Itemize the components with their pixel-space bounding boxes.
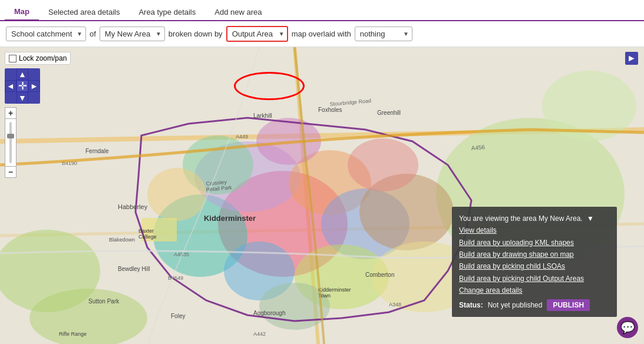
map-controls: Lock zoom/pan ▲ ◄ ✛ ► ▼ + −: [5, 52, 71, 178]
pan-right-button[interactable]: ►: [28, 80, 40, 92]
tab-bar: Map Selected area details Area type deta…: [0, 0, 644, 21]
svg-text:College: College: [138, 234, 157, 240]
lock-zoom-checkbox-icon[interactable]: [9, 55, 16, 62]
map-nav-right: ►: [625, 52, 638, 65]
svg-text:Kidderminster: Kidderminster: [204, 214, 256, 223]
build-output-link[interactable]: Build area by picking child Output Areas: [459, 274, 584, 283]
tab-selected-area-details[interactable]: Selected area details: [39, 4, 129, 20]
zoom-slider[interactable]: [5, 119, 16, 166]
tab-map[interactable]: Map: [5, 4, 39, 21]
svg-text:Kidderminster: Kidderminster: [318, 287, 351, 293]
pan-down-button[interactable]: ▼: [16, 92, 28, 104]
map-pan-control: ▲ ◄ ✛ ► ▼: [5, 68, 40, 104]
info-panel: You are viewing the area My New Area. ▼ …: [452, 207, 617, 317]
chat-button[interactable]: 💬: [617, 317, 638, 338]
info-status: Status: Not yet published PUBLISH: [459, 299, 610, 311]
lock-zoom-checkbox[interactable]: Lock zoom/pan: [5, 52, 71, 65]
svg-text:Blakedown: Blakedown: [109, 237, 135, 243]
publish-button[interactable]: PUBLISH: [547, 299, 590, 311]
status-value: Not yet published: [488, 299, 543, 311]
svg-text:A456: A456: [471, 144, 486, 151]
svg-text:Rifle Range: Rifle Range: [59, 331, 87, 337]
svg-text:Greenhill: Greenhill: [377, 110, 401, 116]
build-lsoa-link[interactable]: Build area by picking child LSOAs: [459, 262, 565, 270]
svg-text:A449: A449: [236, 134, 248, 140]
tab-area-type-details[interactable]: Area type details: [129, 4, 205, 20]
svg-text:Habberley: Habberley: [118, 203, 148, 210]
zoom-in-button[interactable]: +: [5, 107, 16, 119]
lock-zoom-label: Lock zoom/pan: [19, 54, 67, 62]
view-details-link[interactable]: View details: [459, 226, 497, 234]
svg-point-18: [147, 168, 206, 221]
overlay-select-wrapper: nothing Population Deprivation ▼: [355, 27, 412, 41]
pan-center-button[interactable]: ✛: [16, 80, 28, 92]
status-label: Status:: [459, 299, 483, 311]
area-type-select-wrapper: School catchment Ward District ▼: [6, 27, 86, 41]
svg-text:Sutton Park: Sutton Park: [88, 298, 120, 305]
svg-text:Aggborough: Aggborough: [253, 310, 286, 316]
tab-add-new-area[interactable]: Add new area: [205, 4, 271, 20]
svg-text:A348: A348: [389, 302, 401, 307]
svg-text:A442: A442: [253, 331, 266, 337]
overlay-select[interactable]: nothing Population Deprivation: [355, 27, 412, 41]
map-arrow-right-button[interactable]: ►: [625, 52, 638, 65]
svg-text:Comberton: Comberton: [365, 272, 394, 278]
svg-text:Bewdley Hill: Bewdley Hill: [118, 266, 150, 272]
pan-up-button[interactable]: ▲: [16, 68, 28, 80]
zoom-out-button[interactable]: −: [5, 166, 16, 178]
build-draw-link[interactable]: Build area by drawing shape on map: [459, 250, 574, 259]
svg-text:Foley: Foley: [171, 313, 185, 319]
breakdown-select[interactable]: Output Area LSOA Ward: [226, 26, 288, 42]
svg-text:B4549: B4549: [168, 275, 183, 281]
svg-text:Ferndale: Ferndale: [85, 148, 109, 154]
area-name-select-wrapper: My New Area ▼: [100, 27, 165, 41]
map-container: Kidderminster Habberley Ferndale Larkhil…: [0, 47, 644, 344]
viewing-text: You are viewing the area My New Area.: [459, 214, 583, 223]
chat-icon: 💬: [620, 320, 635, 335]
toolbar: School catchment Ward District ▼ of My N…: [0, 21, 644, 47]
zoom-track: [9, 122, 12, 163]
svg-text:Larkhill: Larkhill: [253, 113, 272, 119]
area-name-select[interactable]: My New Area: [100, 27, 165, 41]
build-kml-link[interactable]: Build area by uploading KML shapes: [459, 239, 574, 247]
collapse-icon[interactable]: ▼: [587, 214, 594, 223]
info-viewing-text: You are viewing the area My New Area. ▼: [459, 213, 610, 224]
svg-text:Baxter: Baxter: [138, 228, 154, 234]
zoom-thumb: [7, 134, 14, 138]
svg-text:Foxholes: Foxholes: [318, 107, 342, 113]
zoom-controls: + −: [5, 107, 16, 178]
broken-down-by-label: broken down by: [169, 29, 223, 38]
map-overlaid-with-label: map overlaid with: [292, 29, 351, 38]
breakdown-select-wrapper: Output Area LSOA Ward ▼: [226, 26, 288, 42]
area-type-select[interactable]: School catchment Ward District: [6, 27, 86, 41]
svg-point-20: [348, 138, 418, 191]
change-details-link[interactable]: Change area details: [459, 286, 522, 295]
pan-left-button[interactable]: ◄: [5, 80, 16, 92]
of-label: of: [90, 29, 96, 38]
